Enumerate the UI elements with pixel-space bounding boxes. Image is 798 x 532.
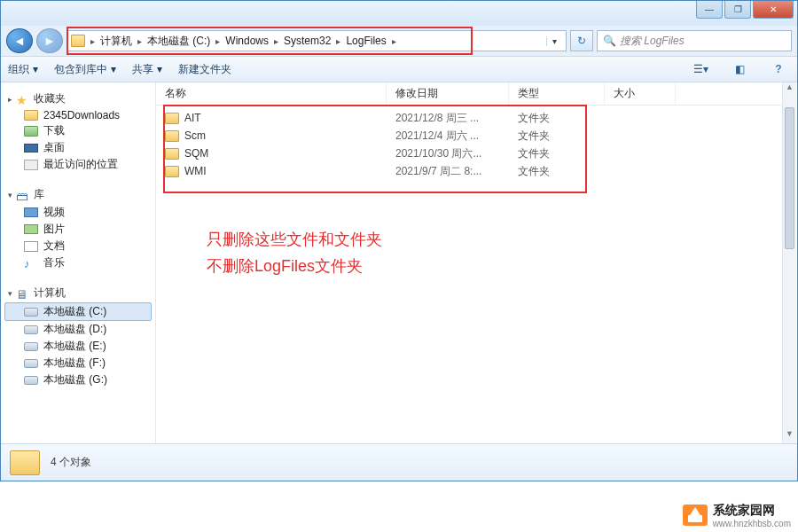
titlebar: — ❐ ✕	[1, 1, 797, 26]
drive-icon	[24, 359, 38, 368]
watermark: 系统家园网 www.hnzkhbsb.com	[676, 500, 798, 530]
sidebar-item-label: 本地磁盘 (F:)	[43, 356, 106, 371]
file-date: 2021/12/8 周三 ...	[387, 111, 509, 126]
scrollbar[interactable]: ▲ ▼	[782, 82, 796, 443]
list-item[interactable]: Scm 2021/12/4 周六 ... 文件夹	[156, 127, 797, 145]
column-type[interactable]: 类型	[509, 82, 605, 105]
back-button[interactable]: ◄	[6, 28, 33, 53]
triangle-icon: ▾	[8, 191, 12, 200]
sidebar-item-label: 本地磁盘 (D:)	[43, 322, 106, 337]
sidebar-item-label: 下载	[43, 123, 65, 138]
search-icon: 🔍	[603, 35, 616, 47]
triangle-icon: ▸	[8, 95, 12, 104]
file-type: 文件夹	[509, 164, 605, 179]
breadcrumb-seg[interactable]: 本地磁盘 (C:)	[142, 34, 215, 49]
sidebar-item-drive-d[interactable]: 本地磁盘 (D:)	[4, 321, 152, 338]
column-size[interactable]: 大小	[605, 82, 676, 105]
sidebar-item-drive-c[interactable]: 本地磁盘 (C:)	[4, 302, 152, 321]
file-date: 2021/9/7 周二 8:...	[387, 164, 509, 179]
status-bar: 4 个对象	[1, 443, 797, 481]
close-button[interactable]: ✕	[753, 1, 794, 19]
chevron-right-icon: ▸	[392, 36, 396, 46]
scroll-thumb[interactable]	[785, 107, 794, 249]
folder-icon	[165, 130, 179, 142]
sidebar-item-music[interactable]: ♪音乐	[4, 254, 152, 271]
file-type: 文件夹	[509, 129, 605, 144]
breadcrumb[interactable]: ▸ 计算机 ▸ 本地磁盘 (C:) ▸ Windows ▸ System32 ▸…	[66, 30, 567, 51]
view-options-button[interactable]: ☰▾	[689, 59, 712, 79]
sidebar-item-drive-g[interactable]: 本地磁盘 (G:)	[4, 372, 152, 388]
sidebar-item-videos[interactable]: 视频	[4, 204, 152, 221]
drive-icon	[24, 308, 38, 317]
chevron-down-icon: ▾	[157, 63, 162, 75]
file-type: 文件夹	[509, 111, 605, 126]
breadcrumb-seg[interactable]: 计算机	[95, 34, 137, 49]
help-button[interactable]: ?	[767, 59, 790, 79]
computer-icon: 🖥	[16, 287, 30, 300]
organize-button[interactable]: 组织▾	[8, 62, 38, 77]
sidebar-item-label: 最近访问的位置	[43, 157, 118, 172]
breadcrumb-seg[interactable]: Windows	[220, 35, 274, 47]
explorer-window: — ❐ ✕ ◄ ► ▸ 计算机 ▸ 本地磁盘 (C:) ▸ Windows ▸ …	[0, 0, 798, 481]
scroll-up-icon[interactable]: ▲	[783, 82, 796, 97]
folder-icon	[24, 110, 38, 121]
sidebar-header-favorites[interactable]: ▸ ★ 收藏夹	[4, 90, 152, 108]
breadcrumb-seg[interactable]: LogFiles	[340, 35, 391, 47]
chevron-down-icon: ▾	[33, 63, 38, 75]
refresh-button[interactable]: ↻	[570, 30, 593, 51]
file-type: 文件夹	[509, 146, 605, 161]
sidebar-item-2345downloads[interactable]: 2345Downloads	[4, 108, 152, 122]
picture-icon	[24, 224, 38, 234]
sidebar-item-desktop[interactable]: 桌面	[4, 139, 152, 156]
sidebar-item-label: 图片	[43, 222, 65, 237]
preview-pane-button[interactable]: ◧	[728, 59, 751, 79]
include-in-library-button[interactable]: 包含到库中▾	[54, 62, 116, 77]
list-item[interactable]: AIT 2021/12/8 周三 ... 文件夹	[156, 109, 797, 127]
sidebar-item-label: 收藏夹	[34, 91, 66, 106]
panes: ▸ ★ 收藏夹 2345Downloads 下载 桌面 最近访问的位置 ▾ 🗃 …	[1, 82, 797, 443]
recent-icon	[24, 160, 38, 170]
sidebar-item-documents[interactable]: 文档	[4, 238, 152, 254]
sidebar-item-label: 本地磁盘 (C:)	[43, 304, 106, 319]
watermark-logo-icon	[683, 505, 708, 526]
breadcrumb-dropdown[interactable]: ▾	[546, 36, 562, 46]
sidebar-item-label: 本地磁盘 (E:)	[43, 339, 106, 354]
search-placeholder: 搜索 LogFiles	[620, 34, 685, 49]
sidebar: ▸ ★ 收藏夹 2345Downloads 下载 桌面 最近访问的位置 ▾ 🗃 …	[1, 82, 156, 443]
column-name[interactable]: 名称	[156, 82, 387, 105]
folder-icon	[10, 450, 40, 475]
search-input[interactable]: 🔍 搜索 LogFiles	[597, 30, 792, 51]
drive-icon	[24, 325, 38, 334]
sidebar-header-libraries[interactable]: ▾ 🗃 库	[4, 185, 152, 204]
share-button[interactable]: 共享▾	[132, 62, 162, 77]
sidebar-group-computer: ▾ 🖥 计算机 本地磁盘 (C:) 本地磁盘 (D:) 本地磁盘 (E:) 本地…	[4, 284, 152, 388]
forward-button[interactable]: ►	[36, 28, 63, 53]
video-icon	[24, 207, 38, 217]
sidebar-item-pictures[interactable]: 图片	[4, 221, 152, 238]
sidebar-item-recent[interactable]: 最近访问的位置	[4, 156, 152, 173]
breadcrumb-seg[interactable]: System32	[278, 35, 336, 47]
list-item[interactable]: SQM 2021/10/30 周六... 文件夹	[156, 145, 797, 162]
minimize-button[interactable]: —	[696, 1, 723, 19]
sidebar-header-computer[interactable]: ▾ 🖥 计算机	[4, 284, 152, 302]
scroll-down-icon[interactable]: ▼	[783, 429, 796, 443]
document-icon	[24, 241, 38, 252]
watermark-url: www.hnzkhbsb.com	[713, 519, 791, 528]
sidebar-item-downloads[interactable]: 下载	[4, 122, 152, 139]
triangle-icon: ▾	[8, 289, 12, 298]
folder-icon	[165, 113, 179, 124]
maximize-button[interactable]: ❐	[724, 1, 751, 19]
annotation-text: 只删除这些文件和文件夹	[207, 227, 382, 253]
list-item[interactable]: WMI 2021/9/7 周二 8:... 文件夹	[156, 162, 797, 180]
file-list: AIT 2021/12/8 周三 ... 文件夹 Scm 2021/12/4 周…	[156, 106, 797, 184]
music-icon: ♪	[24, 257, 38, 270]
column-date[interactable]: 修改日期	[387, 82, 509, 105]
status-count: 4 个对象	[51, 455, 91, 470]
folder-icon	[165, 148, 179, 160]
sidebar-item-label: 文档	[43, 239, 65, 254]
sidebar-item-drive-f[interactable]: 本地磁盘 (F:)	[4, 355, 152, 372]
sidebar-item-drive-e[interactable]: 本地磁盘 (E:)	[4, 338, 152, 355]
new-folder-button[interactable]: 新建文件夹	[178, 62, 231, 77]
annotation-text: 不删除LogFiles文件夹	[207, 254, 363, 279]
sidebar-item-label: 2345Downloads	[43, 109, 120, 121]
